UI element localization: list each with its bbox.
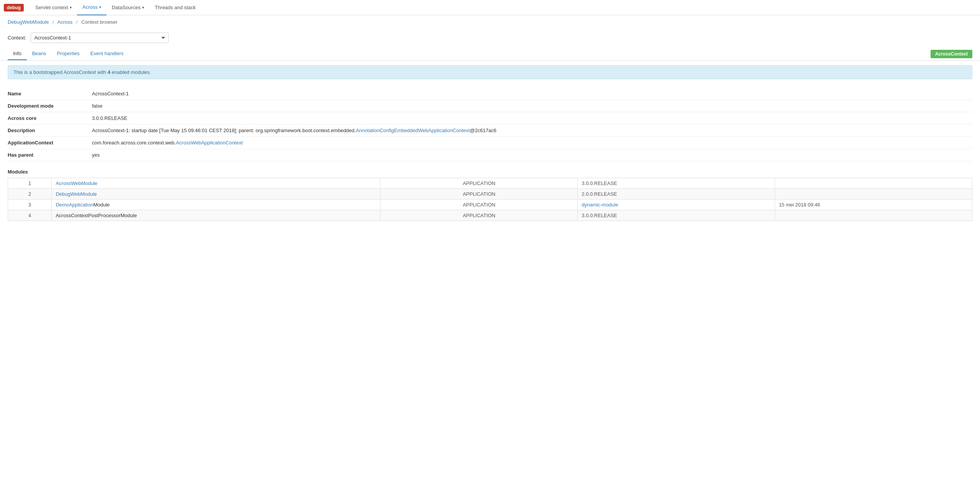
tab-event-handlers[interactable]: Event handlers (85, 47, 129, 60)
detail-value-acrosscore: 3.0.0.RELEASE (92, 115, 972, 121)
info-alert-suffix: enabled modules. (110, 69, 151, 75)
module-version-3: dynamic-module (578, 200, 775, 210)
module-type-2: APPLICATION (380, 189, 578, 200)
across-context-badge: AcrossContext (931, 50, 972, 58)
detail-value-description: AcrossContext-1: startup date [Tue May 1… (92, 128, 972, 133)
module-num-2: 2 (8, 189, 52, 200)
nav-across[interactable]: Across ▾ (77, 0, 107, 15)
detail-label-name: Name (8, 91, 92, 97)
detail-row-devmode: Development mode false (8, 100, 972, 112)
table-row: 4 AcrossContextPostProcessorModule APPLI… (8, 210, 972, 221)
module-name-static-4: AcrossContextPostProcessorModule (56, 213, 137, 218)
table-row: 3 DemoApplicationModule APPLICATION dyna… (8, 200, 972, 210)
appcontext-prefix: com.foreach.across.core.context.web. (92, 140, 176, 146)
modules-title: Modules (8, 169, 972, 175)
nav-servlet-context-label: Servlet context (35, 5, 68, 10)
module-num-3: 3 (8, 200, 52, 210)
breadcrumb: DebugWebModule / Across / Context browse… (0, 15, 980, 29)
breadcrumb-debug-web-module[interactable]: DebugWebModule (8, 19, 49, 25)
detail-label-hasparent: Has parent (8, 152, 92, 158)
module-dynamic-suffix: module (602, 202, 618, 208)
tab-bar: Info Beans Properties Event handlers Acr… (0, 47, 980, 61)
module-date-1 (775, 178, 972, 189)
detail-row-hasparent: Has parent yes (8, 149, 972, 161)
module-name-1: AcrossWebModule (52, 178, 380, 189)
module-name-3: DemoApplicationModule (52, 200, 380, 210)
info-alert-prefix: This is a bootstrapped AcrossContext wit… (13, 69, 108, 75)
nav-threads-stack-label: Threads and stack (155, 5, 196, 10)
modules-section: Modules 1 AcrossWebModule APPLICATION 3.… (0, 165, 980, 225)
detail-label-appcontext: ApplicationContext (8, 140, 92, 146)
breadcrumb-sep-1: / (52, 19, 54, 25)
detail-row-acrosscore: Across core 3.0.0.RELEASE (8, 112, 972, 124)
context-select[interactable]: AcrossContext-1 (31, 33, 169, 43)
detail-label-devmode: Development mode (8, 103, 92, 109)
detail-row-appcontext: ApplicationContext com.foreach.across.co… (8, 137, 972, 149)
module-version-1: 3.0.0.RELEASE (578, 178, 775, 189)
info-alert-count: 4 (108, 69, 110, 75)
nav-servlet-context[interactable]: Servlet context ▾ (30, 0, 77, 15)
module-dynamic-link[interactable]: dynamic-module (582, 202, 618, 208)
breadcrumb-across[interactable]: Across (57, 19, 73, 25)
module-date-3: 15 mei 2018 09:46 (775, 200, 972, 210)
detail-row-description: Description AcrossContext-1: startup dat… (8, 124, 972, 137)
module-date-2 (775, 189, 972, 200)
module-version-4: 3.0.0.RELEASE (578, 210, 775, 221)
modules-tbody: 1 AcrossWebModule APPLICATION 3.0.0.RELE… (8, 178, 972, 221)
context-row: Context: AcrossContext-1 (0, 29, 980, 47)
details-section: Name AcrossContext-1 Development mode fa… (0, 84, 980, 165)
module-num-1: 1 (8, 178, 52, 189)
detail-value-appcontext: com.foreach.across.core.context.web.Acro… (92, 140, 972, 146)
appcontext-link[interactable]: AcrossWebApplicationContext (176, 140, 243, 146)
breadcrumb-sep-2: / (76, 19, 78, 25)
tab-info[interactable]: Info (8, 47, 27, 60)
module-type-1: APPLICATION (380, 178, 578, 189)
desc-part2: @2c617ac6 (470, 128, 497, 133)
detail-label-acrosscore: Across core (8, 115, 92, 121)
navbar: debug Servlet context ▾ Across ▾ DataSou… (0, 0, 980, 15)
nav-datasources[interactable]: DataSources ▾ (107, 0, 149, 15)
breadcrumb-current: Context browser (81, 19, 118, 25)
tab-properties[interactable]: Properties (52, 47, 85, 60)
module-name-link-3[interactable]: Demo (56, 202, 69, 208)
module-name-3-suffix: Module (93, 202, 110, 208)
module-type-4: APPLICATION (380, 210, 578, 221)
module-num-4: 4 (8, 210, 52, 221)
modules-table: 1 AcrossWebModule APPLICATION 3.0.0.RELE… (8, 178, 972, 221)
desc-part1: AcrossContext-1: startup date [Tue May 1… (92, 128, 356, 133)
module-version-2: 2.0.0.RELEASE (578, 189, 775, 200)
module-type-3: APPLICATION (380, 200, 578, 210)
detail-value-hasparent: yes (92, 152, 972, 158)
module-name-2: DebugWebModule (52, 189, 380, 200)
nav-across-caret: ▾ (99, 5, 101, 9)
desc-link[interactable]: AnnotationConfigEmbeddedWebApplicationCo… (356, 128, 470, 133)
module-name-3-app-link[interactable]: Application (69, 202, 93, 208)
module-date-4 (775, 210, 972, 221)
tab-beans[interactable]: Beans (27, 47, 52, 60)
info-alert: This is a bootstrapped AcrossContext wit… (8, 65, 972, 79)
nav-datasources-caret: ▾ (142, 5, 144, 10)
module-name-link-2[interactable]: DebugWebModule (56, 191, 97, 197)
nav-across-label: Across (82, 4, 98, 10)
table-row: 1 AcrossWebModule APPLICATION 3.0.0.RELE… (8, 178, 972, 189)
module-name-link-1[interactable]: AcrossWebModule (56, 180, 97, 186)
detail-value-name: AcrossContext-1 (92, 91, 972, 97)
tabs-container: Info Beans Properties Event handlers (8, 47, 129, 60)
detail-row-name: Name AcrossContext-1 (8, 88, 972, 100)
nav-servlet-context-caret: ▾ (70, 5, 72, 10)
module-dynamic-prefix: dynamic (582, 202, 600, 208)
detail-value-devmode: false (92, 103, 972, 109)
module-name-3-prefix: Demo (56, 202, 69, 208)
nav-threads-stack[interactable]: Threads and stack (149, 0, 201, 15)
debug-badge: debug (4, 4, 24, 11)
detail-label-description: Description (8, 128, 92, 133)
table-row: 2 DebugWebModule APPLICATION 2.0.0.RELEA… (8, 189, 972, 200)
nav-datasources-label: DataSources (112, 5, 141, 10)
context-label: Context: (8, 35, 26, 41)
module-name-4: AcrossContextPostProcessorModule (52, 210, 380, 221)
